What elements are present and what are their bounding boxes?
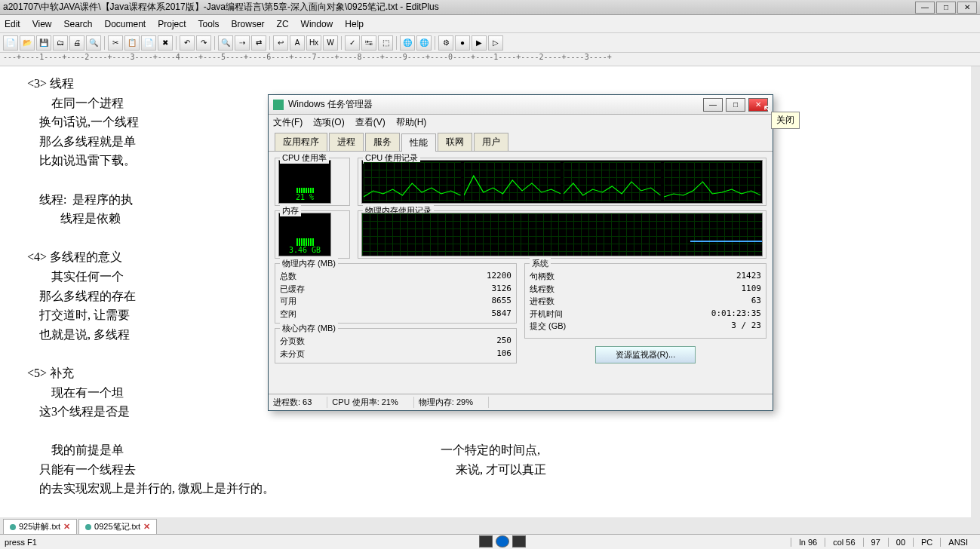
menu-project[interactable]: Project xyxy=(158,19,186,29)
new-icon[interactable]: 📄 xyxy=(3,35,18,51)
taskmgr-minimize-button[interactable]: — xyxy=(703,98,723,112)
tm-menu-item[interactable]: 帮助(H) xyxy=(396,116,427,129)
status-col: col 56 xyxy=(825,538,862,547)
preview-icon[interactable]: 🔍 xyxy=(86,35,101,51)
system-group: 系统 句柄数21423线程数1109进程数63开机时间0:01:23:35提交 … xyxy=(524,263,766,339)
cpu-usage-gauge: 21 % xyxy=(278,160,331,204)
menu-document[interactable]: Document xyxy=(105,19,146,29)
minimize-button[interactable]: — xyxy=(915,2,935,14)
taskmgr-titlebar[interactable]: Windows 任务管理器 — □ ✕ ↖ 关闭 xyxy=(269,95,773,115)
stat-row: 开机时间0:01:23:35 xyxy=(530,308,761,321)
menu-edit[interactable]: Edit xyxy=(5,19,20,29)
open-icon[interactable]: 📂 xyxy=(20,35,35,51)
taskmgr-title: Windows 任务管理器 xyxy=(288,98,373,111)
phys-mem-title: 物理内存 (MB) xyxy=(280,258,338,269)
tm-tab-联网[interactable]: 联网 xyxy=(438,133,472,151)
tm-tab-性能[interactable]: 性能 xyxy=(401,133,436,152)
system-title: 系统 xyxy=(530,258,551,269)
spell-icon[interactable]: ✓ xyxy=(345,35,360,51)
stat-row: 分页数250 xyxy=(280,335,512,348)
tm-status-processes: 进程数: 63 xyxy=(269,397,327,408)
browser2-icon[interactable]: 🌐 xyxy=(416,35,432,51)
stat-row: 进程数63 xyxy=(530,295,761,308)
cpu-usage-label: CPU 使用率 xyxy=(280,152,329,164)
kernel-mem-title: 核心内存 (MB) xyxy=(280,323,338,334)
tab-close-icon[interactable]: ✕ xyxy=(63,522,70,532)
find-icon[interactable]: 🔍 xyxy=(218,35,233,51)
menu-search[interactable]: Search xyxy=(63,19,92,29)
app-title: a201707\中软JAVA课件\【Java课程体系2017版】-Java编程语… xyxy=(3,1,439,14)
task-manager-window: Windows 任务管理器 — □ ✕ ↖ 关闭 文件(F)选项(O)查看(V)… xyxy=(268,94,773,411)
tm-tab-用户[interactable]: 用户 xyxy=(474,133,508,151)
status-v1: 97 xyxy=(863,538,888,547)
tm-tab-进程[interactable]: 进程 xyxy=(329,133,364,151)
paste-icon[interactable]: 📄 xyxy=(141,35,156,51)
menu-help[interactable]: Help xyxy=(345,19,364,29)
status-charset: ANSI xyxy=(940,538,975,547)
play-icon[interactable]: ▶ xyxy=(472,35,487,51)
web-icon[interactable]: W xyxy=(323,35,338,51)
cpu-usage-value: 21 % xyxy=(296,193,314,201)
dot-icon xyxy=(85,524,91,530)
redo-icon[interactable]: ↷ xyxy=(196,35,211,51)
wrap-icon[interactable]: ↩ xyxy=(273,35,288,51)
copy-icon[interactable]: 📋 xyxy=(124,35,140,51)
mem-usage-value: 3.46 GB xyxy=(289,246,321,254)
replace-icon[interactable]: ⇄ xyxy=(251,35,266,51)
maximize-button[interactable]: □ xyxy=(936,2,956,14)
hexview-icon[interactable]: ⬚ xyxy=(378,35,393,51)
cut-icon[interactable]: ✂ xyxy=(108,35,123,51)
taskmgr-statusbar: 进程数: 63 CPU 使用率: 21% 物理内存: 29% xyxy=(269,394,773,410)
status-encoding: PC xyxy=(913,538,940,547)
menu-view[interactable]: View xyxy=(32,19,52,29)
tm-menu-item[interactable]: 文件(F) xyxy=(273,116,303,129)
status-line: ln 96 xyxy=(791,538,825,547)
taskmgr-maximize-button[interactable]: □ xyxy=(726,98,745,112)
menu-browser[interactable]: Browser xyxy=(232,19,265,29)
delete-icon[interactable]: ✖ xyxy=(158,35,173,51)
tm-tab-应用程序[interactable]: 应用程序 xyxy=(275,133,327,151)
tab-icon[interactable]: ⭾ xyxy=(361,35,376,51)
menu-zc[interactable]: ZC xyxy=(277,19,289,29)
run-icon[interactable]: ▷ xyxy=(488,35,503,51)
dot-icon xyxy=(10,524,16,530)
undo-icon[interactable]: ↶ xyxy=(180,35,195,51)
saveall-icon[interactable]: 🗂 xyxy=(53,35,68,51)
file-tab[interactable]: 925讲解.txt✕ xyxy=(3,519,77,534)
close-tooltip: 关闭 xyxy=(771,112,800,129)
save-icon[interactable]: 💾 xyxy=(36,35,51,51)
record-icon[interactable]: ● xyxy=(455,35,470,51)
status-hint: press F1 xyxy=(5,538,37,547)
stat-row: 空闲5847 xyxy=(280,308,512,321)
close-button[interactable]: ✕ xyxy=(957,2,977,14)
stat-row: 句柄数21423 xyxy=(530,270,761,283)
menu-window[interactable]: Window xyxy=(301,19,333,29)
stat-row: 已缓存3126 xyxy=(280,283,512,296)
stat-row: 提交 (GB)3 / 23 xyxy=(530,320,761,333)
findnext-icon[interactable]: ⇢ xyxy=(235,35,250,51)
taskmgr-icon xyxy=(273,100,284,110)
hex-icon[interactable]: Hx xyxy=(306,35,321,51)
taskmgr-close-button[interactable]: ✕ ↖ xyxy=(748,98,768,112)
resource-monitor-button[interactable]: 资源监视器(R)... xyxy=(595,346,696,363)
tm-menu-item[interactable]: 查看(V) xyxy=(355,116,386,129)
stat-row: 总数12200 xyxy=(280,270,512,283)
tray-keyboard-icon[interactable] xyxy=(479,535,493,547)
tray-help-icon[interactable] xyxy=(496,535,509,547)
file-tab[interactable]: 0925笔记.txt✕ xyxy=(78,519,157,534)
tray-app-icon[interactable] xyxy=(512,535,526,547)
editplus-titlebar: a201707\中软JAVA课件\【Java课程体系2017版】-Java编程语… xyxy=(0,0,980,15)
print-icon[interactable]: 🖨 xyxy=(69,35,84,51)
tab-close-icon[interactable]: ✕ xyxy=(143,522,150,532)
menu-tools[interactable]: Tools xyxy=(198,19,220,29)
browser-icon[interactable]: 🌐 xyxy=(400,35,415,51)
tm-status-mem: 物理内存: 29% xyxy=(414,397,489,408)
tm-status-cpu: CPU 使用率: 21% xyxy=(327,397,413,408)
physical-memory-group: 物理内存 (MB) 总数12200已缓存3126可用8655空闲5847 xyxy=(275,263,517,324)
settings-icon[interactable]: ⚙ xyxy=(438,35,453,51)
tm-menu-item[interactable]: 选项(O) xyxy=(313,116,344,129)
cpu-history-chart xyxy=(361,160,763,204)
tab-bar: 925讲解.txt✕0925笔记.txt✕ xyxy=(0,517,980,534)
tm-tab-服务[interactable]: 服务 xyxy=(365,133,400,151)
font-icon[interactable]: A xyxy=(290,35,305,51)
